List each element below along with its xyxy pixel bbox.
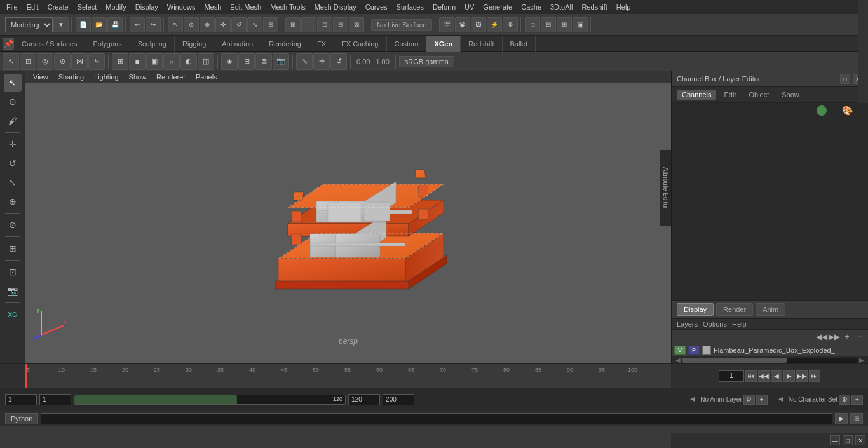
layer-collapse-btn[interactable]: ◀◀	[816, 331, 827, 343]
component-mode-btn[interactable]: ⊡	[20, 53, 36, 70]
scroll-left-btn[interactable]: ◀	[674, 356, 682, 364]
layers-menu-layers[interactable]: Layers	[677, 320, 698, 328]
layout-2-btn[interactable]: ⊟	[541, 17, 556, 32]
next-key-btn[interactable]: ⏭	[809, 370, 820, 382]
workspace-select[interactable]: Modeling	[5, 17, 53, 32]
show-manip-lt[interactable]: ⊞	[4, 240, 22, 257]
layer-color-swatch[interactable]	[702, 346, 711, 355]
hud-btn[interactable]: ⊠	[255, 53, 272, 70]
tab-fx[interactable]: FX	[309, 36, 334, 52]
channel-box-float-btn[interactable]: □	[840, 74, 850, 84]
rotate-tool-lt[interactable]: ↺	[4, 154, 22, 172]
scroll-track[interactable]	[682, 358, 858, 363]
tab-curves-surfaces[interactable]: Curves / Surfaces	[14, 36, 85, 52]
vp-menu-shading[interactable]: Shading	[56, 72, 86, 81]
snap-grid-btn[interactable]: ⊞	[285, 17, 301, 32]
menu-redshift[interactable]: Redshift	[578, 2, 611, 12]
menu-modify[interactable]: Modify	[102, 2, 130, 12]
timeline-row[interactable]: 5 10 15 20 25 30 35 40 45 50 55 60 65 70…	[0, 363, 868, 388]
snap-view-btn[interactable]: ⊟	[333, 17, 348, 32]
vp-menu-panels[interactable]: Panels	[193, 72, 220, 81]
xgen-lt[interactable]: XG	[4, 306, 22, 323]
vp-menu-renderer[interactable]: Renderer	[154, 72, 188, 81]
smooth-shaded-btn[interactable]: ■	[129, 53, 146, 70]
menu-deform[interactable]: Deform	[429, 2, 459, 12]
char-set-add-btn[interactable]: +	[851, 395, 863, 405]
textured-btn[interactable]: ▣	[146, 53, 163, 70]
select-mode-btn[interactable]: ↖	[3, 53, 19, 70]
menu-edit-mesh[interactable]: Edit Mesh	[226, 2, 265, 12]
cb-tab-object[interactable]: Object	[743, 90, 774, 100]
color-swatch-green[interactable]	[817, 105, 827, 116]
render-btn[interactable]: 🎬	[439, 17, 454, 32]
layers-menu-options[interactable]: Options	[703, 320, 727, 328]
tab-xgen[interactable]: XGen	[426, 36, 461, 52]
range-start-field[interactable]	[39, 394, 71, 405]
layers-menu-help[interactable]: Help	[732, 320, 747, 328]
render-seq-btn[interactable]: 📽	[455, 17, 470, 32]
tweak-btn[interactable]: ⤷	[88, 53, 105, 70]
tab-fx-caching[interactable]: FX Caching	[334, 36, 386, 52]
undo-btn[interactable]: ↩	[130, 17, 145, 32]
pin-btn[interactable]: 📌	[3, 38, 14, 50]
anim-layer-settings-btn[interactable]: ⚙	[743, 395, 755, 405]
layout-3-btn[interactable]: ⊞	[557, 17, 572, 32]
layer-playback-btn[interactable]: P	[688, 346, 700, 355]
soft-mod-lt[interactable]: ⊙	[4, 216, 22, 234]
layout-4-btn[interactable]: ▣	[573, 17, 588, 32]
xray-btn[interactable]: ◫	[198, 53, 214, 70]
snap-curve-btn[interactable]: ⌒	[301, 17, 316, 32]
scale-tool-btn[interactable]: ⤡	[247, 17, 262, 32]
cb-tab-channels[interactable]: Channels	[677, 90, 716, 100]
soft-sel-btn[interactable]: ⊙	[54, 53, 71, 70]
current-frame-input[interactable]: 1	[719, 370, 744, 382]
lasso-tool-btn[interactable]: ⊙	[184, 17, 199, 32]
char-set-menu-btn[interactable]: ◀	[778, 395, 787, 404]
tab-bullet[interactable]: Bullet	[503, 36, 536, 52]
end-frame-field[interactable]	[348, 394, 380, 405]
play-btn[interactable]: ▶	[783, 370, 795, 382]
playback-range-slider[interactable]: 120	[74, 395, 346, 405]
shadows-btn[interactable]: ◐	[180, 53, 197, 70]
iso-select-btn[interactable]: ◈	[221, 53, 238, 70]
snap-mode-btn[interactable]: ◎	[37, 53, 53, 70]
move-tool-btn[interactable]: ✛	[215, 17, 231, 32]
paint-sel-lt[interactable]: 🖌	[4, 112, 22, 130]
select-tool-btn[interactable]: ↖	[168, 17, 183, 32]
tab-animation[interactable]: Animation	[214, 36, 261, 52]
color-picker-icon[interactable]: 🎨	[842, 105, 853, 116]
python-tab[interactable]: Python	[5, 413, 38, 424]
menu-cache[interactable]: Cache	[517, 2, 545, 12]
step-fwd-btn[interactable]: ▶▶	[796, 370, 808, 382]
vp-menu-show[interactable]: Show	[126, 72, 149, 81]
rs-btn[interactable]: ⚡	[487, 17, 502, 32]
snap-surface-btn[interactable]: ⊠	[349, 17, 364, 32]
playhead[interactable]	[25, 364, 27, 388]
char-set-settings-btn[interactable]: ⚙	[839, 395, 850, 405]
workspace-options-btn[interactable]: ▼	[53, 17, 69, 32]
layout-1-btn[interactable]: □	[525, 17, 540, 32]
viewport[interactable]: View Shading Lighting Show Renderer Pane…	[25, 71, 671, 363]
tab-rigging[interactable]: Rigging	[175, 36, 214, 52]
scroll-right-btn[interactable]: ▶	[858, 356, 865, 364]
vp-menu-view[interactable]: View	[31, 72, 51, 81]
camera-btn[interactable]: 📷	[273, 53, 289, 70]
menu-generate[interactable]: Generate	[479, 2, 516, 12]
wireframe-btn[interactable]: ⊞	[112, 53, 128, 70]
grid-btn[interactable]: ⊟	[238, 53, 255, 70]
menu-file[interactable]: File	[3, 2, 22, 12]
menu-mesh-tools[interactable]: Mesh Tools	[266, 2, 309, 12]
gamma-select[interactable]: sRGB gamma	[399, 56, 454, 67]
lasso-tool-lt[interactable]: ⊙	[4, 93, 22, 111]
window-minimize-btn[interactable]: —	[830, 435, 840, 445]
menu-3dtoall[interactable]: 3DtoAll	[546, 2, 576, 12]
tab-rendering[interactable]: Rendering	[261, 36, 309, 52]
menu-surfaces[interactable]: Surfaces	[393, 2, 428, 12]
menu-curves[interactable]: Curves	[362, 2, 391, 12]
layer-tab-render[interactable]: Render	[716, 303, 753, 316]
save-file-btn[interactable]: 💾	[107, 17, 123, 32]
menu-edit[interactable]: Edit	[23, 2, 43, 12]
cb-tab-edit[interactable]: Edit	[719, 90, 741, 100]
menu-windows[interactable]: Windows	[163, 2, 200, 12]
menu-uv[interactable]: UV	[461, 2, 478, 12]
